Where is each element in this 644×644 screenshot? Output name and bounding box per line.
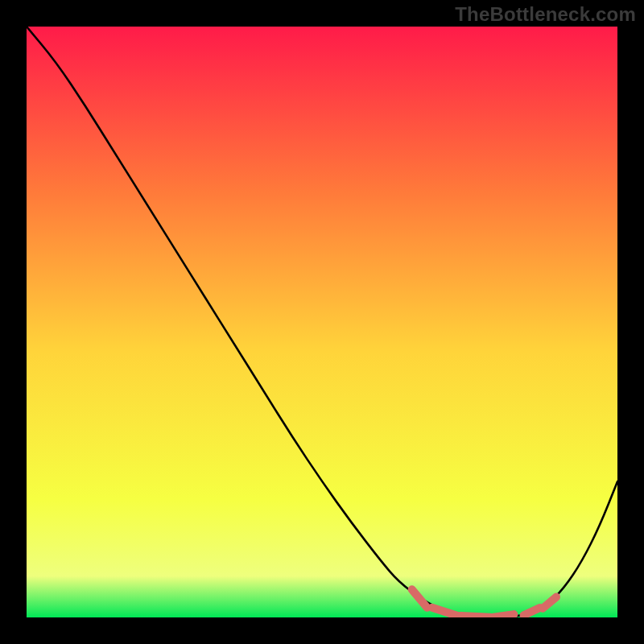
optimal-marker	[461, 616, 491, 617]
gradient-background	[27, 27, 617, 617]
chart-svg	[27, 27, 617, 617]
watermark-text: TheBottleneck.com	[455, 3, 636, 26]
plot-area	[27, 27, 617, 617]
chart-frame: TheBottleneck.com	[0, 0, 644, 644]
optimal-marker	[490, 614, 514, 617]
